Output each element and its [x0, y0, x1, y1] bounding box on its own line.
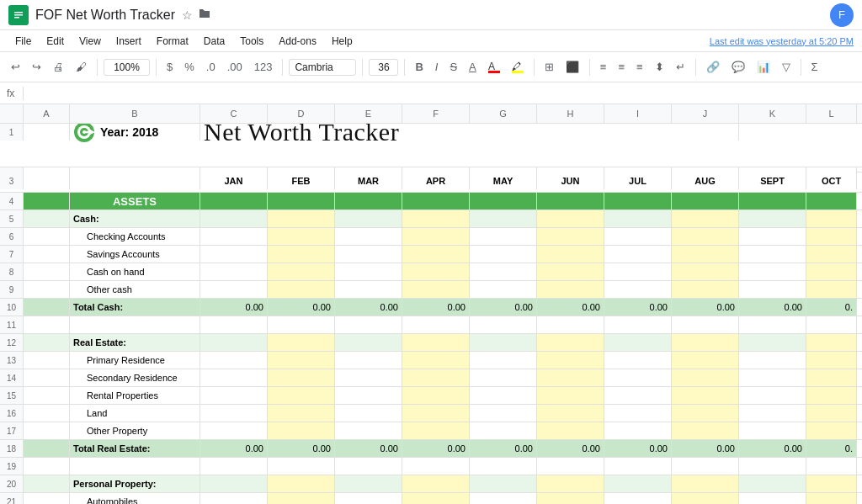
cell-k15[interactable] [672, 387, 739, 404]
assets-header[interactable]: ASSETS [70, 193, 200, 210]
other-property[interactable]: Other Property [70, 422, 200, 439]
cell-a11[interactable] [24, 316, 70, 333]
cell-h16[interactable] [470, 405, 537, 422]
cash-header[interactable]: Cash: [70, 210, 200, 227]
total-cash-sep[interactable]: 0.00 [739, 299, 806, 316]
cell-k7[interactable] [672, 246, 739, 263]
col-header-k[interactable]: K [739, 104, 806, 123]
cell-m15[interactable] [806, 387, 857, 404]
cell-f4[interactable] [335, 193, 402, 210]
cell-f16[interactable] [335, 405, 402, 422]
cell-l7[interactable] [739, 246, 806, 263]
cell-l4[interactable] [739, 193, 806, 210]
cell-e19[interactable] [268, 458, 335, 475]
menu-tools[interactable]: Tools [233, 34, 270, 49]
cell-d5[interactable] [200, 210, 268, 227]
cell-l15[interactable] [739, 387, 806, 404]
cell-a14[interactable] [24, 369, 70, 386]
cell-f11[interactable] [335, 316, 402, 333]
cell-a20[interactable] [24, 475, 70, 492]
col-header-g[interactable]: G [470, 104, 537, 123]
cell-j15[interactable] [604, 387, 672, 404]
link-button[interactable]: 🔗 [702, 58, 724, 76]
cell-m4[interactable] [806, 193, 857, 210]
cell-sep[interactable]: SEPT [739, 172, 806, 189]
cell-j16[interactable] [604, 405, 672, 422]
cell-e7[interactable] [268, 246, 335, 263]
cell-d12[interactable] [200, 334, 268, 351]
cell-i21[interactable] [537, 493, 604, 504]
cell-a5[interactable] [24, 210, 70, 227]
cell-a19[interactable] [24, 458, 70, 475]
savings-accounts[interactable]: Savings Accounts [70, 246, 200, 263]
cell-k5[interactable] [672, 210, 739, 227]
cell-i7[interactable] [537, 246, 604, 263]
menu-edit[interactable]: Edit [40, 34, 71, 49]
total-re-sep[interactable]: 0.00 [739, 440, 806, 457]
checking-accounts[interactable]: Checking Accounts [70, 228, 200, 245]
col-header-d[interactable]: D [268, 104, 335, 123]
cell-g15[interactable] [402, 387, 470, 404]
cell-j21[interactable] [604, 493, 672, 504]
cell-g16[interactable] [402, 405, 470, 422]
cell-l12[interactable] [739, 334, 806, 351]
italic-button[interactable]: I [431, 58, 443, 76]
cell-k21[interactable] [672, 493, 739, 504]
cell-j14[interactable] [604, 369, 672, 386]
formula-button[interactable]: Σ [807, 58, 822, 76]
cell-i19[interactable] [537, 458, 604, 475]
cell-d19[interactable] [200, 458, 268, 475]
cell-j19[interactable] [604, 458, 672, 475]
cell-jan[interactable]: JAN [200, 172, 268, 189]
cell-d13[interactable] [200, 352, 268, 369]
cell-a9[interactable] [24, 281, 70, 298]
cell-f13[interactable] [335, 352, 402, 369]
cell-m16[interactable] [806, 405, 857, 422]
highlight-color-button[interactable]: 🖍 [508, 59, 528, 76]
cell-g7[interactable] [402, 246, 470, 263]
undo-button[interactable]: ↩ [7, 58, 24, 76]
cell-e16[interactable] [268, 405, 335, 422]
text-color-button[interactable]: A [484, 59, 504, 76]
cell-h11[interactable] [470, 316, 537, 333]
land[interactable]: Land [70, 405, 200, 422]
comment-button[interactable]: 💬 [727, 58, 749, 76]
menu-format[interactable]: Format [150, 34, 195, 49]
cell-l11[interactable] [739, 316, 806, 333]
col-header-i[interactable]: I [604, 104, 672, 123]
cell-j9[interactable] [604, 281, 672, 298]
col-header-h[interactable]: H [537, 104, 604, 123]
filter-button[interactable]: ▽ [778, 58, 795, 76]
cell-e9[interactable] [268, 281, 335, 298]
menu-insert[interactable]: Insert [109, 34, 148, 49]
cell-g21[interactable] [402, 493, 470, 504]
cell-apr[interactable]: APR [402, 172, 470, 189]
cell-e4[interactable] [268, 193, 335, 210]
col-header-e[interactable]: E [335, 104, 402, 123]
cell-h17[interactable] [470, 422, 537, 439]
cell-h4[interactable] [470, 193, 537, 210]
cell-jun[interactable]: JUN [537, 172, 604, 189]
cell-h14[interactable] [470, 369, 537, 386]
cell-m14[interactable] [806, 369, 857, 386]
cell-l9[interactable] [739, 281, 806, 298]
menu-file[interactable]: File [8, 34, 38, 49]
cell-e21[interactable] [268, 493, 335, 504]
menu-view[interactable]: View [72, 34, 108, 49]
cell-k12[interactable] [672, 334, 739, 351]
cell-j5[interactable] [604, 210, 672, 227]
cell-h12[interactable] [470, 334, 537, 351]
cell-l16[interactable] [739, 405, 806, 422]
decimal00-button[interactable]: .00 [223, 58, 247, 76]
cell-mar[interactable]: MAR [335, 172, 402, 189]
cell-l17[interactable] [739, 422, 806, 439]
automobiles[interactable]: Automobiles [70, 493, 200, 504]
total-re-apr[interactable]: 0.00 [402, 440, 470, 457]
cell-g5[interactable] [402, 210, 470, 227]
cell-f5[interactable] [335, 210, 402, 227]
total-re-aug[interactable]: 0.00 [672, 440, 739, 457]
account-avatar[interactable]: F [830, 3, 854, 27]
cell-f17[interactable] [335, 422, 402, 439]
cell-oct[interactable]: OCT [806, 172, 857, 189]
cell-k16[interactable] [672, 405, 739, 422]
